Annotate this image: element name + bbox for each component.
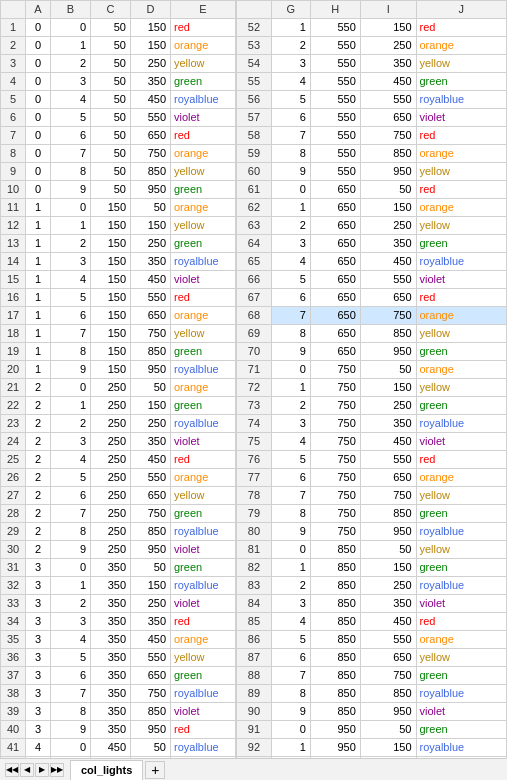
cell-c[interactable]: 150 — [91, 271, 131, 289]
cell-a[interactable]: 0 — [26, 163, 51, 181]
cell-j[interactable]: yellow — [416, 487, 507, 505]
cell-e[interactable]: royalblue — [171, 415, 236, 433]
cell-i[interactable]: 850 — [360, 685, 416, 703]
cell-c[interactable]: 150 — [91, 307, 131, 325]
cell-j[interactable]: violet — [416, 703, 507, 721]
cell-i[interactable]: 250 — [360, 397, 416, 415]
cell-g[interactable]: 8 — [271, 685, 310, 703]
cell-g[interactable]: 1 — [271, 19, 310, 37]
cell-b[interactable]: 7 — [51, 325, 91, 343]
cell-b[interactable]: 5 — [51, 649, 91, 667]
col-header-a[interactable]: A — [26, 1, 51, 19]
cell-b[interactable]: 7 — [51, 685, 91, 703]
cell-g[interactable]: 3 — [271, 235, 310, 253]
cell-j[interactable]: green — [416, 397, 507, 415]
cell-a[interactable]: 3 — [26, 631, 51, 649]
cell-g[interactable]: 5 — [271, 451, 310, 469]
cell-g[interactable]: 6 — [271, 109, 310, 127]
cell-h[interactable]: 750 — [310, 487, 360, 505]
cell-e[interactable]: green — [171, 667, 236, 685]
cell-a[interactable]: 1 — [26, 199, 51, 217]
cell-c[interactable]: 250 — [91, 487, 131, 505]
cell-d[interactable]: 350 — [131, 613, 171, 631]
cell-j[interactable]: royalblue — [416, 91, 507, 109]
cell-a[interactable]: 1 — [26, 343, 51, 361]
cell-e[interactable]: orange — [171, 469, 236, 487]
cell-i[interactable]: 450 — [360, 253, 416, 271]
cell-b[interactable]: 9 — [51, 541, 91, 559]
cell-j[interactable]: green — [416, 559, 507, 577]
cell-e[interactable]: orange — [171, 307, 236, 325]
cell-g[interactable]: 3 — [271, 595, 310, 613]
cell-j[interactable]: green — [416, 235, 507, 253]
cell-d[interactable]: 550 — [131, 649, 171, 667]
cell-h[interactable]: 850 — [310, 541, 360, 559]
cell-a[interactable]: 0 — [26, 91, 51, 109]
cell-j[interactable]: royalblue — [416, 523, 507, 541]
cell-c[interactable]: 350 — [91, 649, 131, 667]
cell-j[interactable]: yellow — [416, 55, 507, 73]
cell-h[interactable]: 550 — [310, 73, 360, 91]
cell-d[interactable]: 950 — [131, 541, 171, 559]
cell-a[interactable]: 3 — [26, 685, 51, 703]
cell-g[interactable]: 4 — [271, 613, 310, 631]
cell-c[interactable]: 150 — [91, 217, 131, 235]
cell-a[interactable]: 3 — [26, 667, 51, 685]
cell-i[interactable]: 750 — [360, 307, 416, 325]
col-header-i[interactable]: I — [360, 1, 416, 19]
cell-b[interactable]: 2 — [51, 235, 91, 253]
prev-sheet-arrow[interactable]: ◀ — [20, 763, 34, 777]
cell-g[interactable]: 7 — [271, 307, 310, 325]
cell-g[interactable]: 8 — [271, 325, 310, 343]
cell-b[interactable]: 2 — [51, 55, 91, 73]
cell-h[interactable]: 750 — [310, 361, 360, 379]
cell-j[interactable]: violet — [416, 433, 507, 451]
cell-a[interactable]: 3 — [26, 559, 51, 577]
cell-d[interactable]: 450 — [131, 91, 171, 109]
cell-j[interactable]: royalblue — [416, 253, 507, 271]
col-header-j[interactable]: J — [416, 1, 507, 19]
cell-j[interactable]: green — [416, 721, 507, 739]
cell-g[interactable]: 4 — [271, 433, 310, 451]
cell-g[interactable]: 8 — [271, 145, 310, 163]
cell-e[interactable]: green — [171, 397, 236, 415]
col-header-h[interactable]: H — [310, 1, 360, 19]
cell-c[interactable]: 350 — [91, 577, 131, 595]
cell-i[interactable]: 150 — [360, 739, 416, 757]
cell-a[interactable]: 3 — [26, 649, 51, 667]
cell-c[interactable]: 250 — [91, 397, 131, 415]
cell-e[interactable]: red — [171, 721, 236, 739]
cell-a[interactable]: 2 — [26, 541, 51, 559]
cell-d[interactable]: 850 — [131, 703, 171, 721]
cell-d[interactable]: 950 — [131, 181, 171, 199]
col-header-c[interactable]: C — [91, 1, 131, 19]
cell-b[interactable]: 3 — [51, 613, 91, 631]
cell-j[interactable]: red — [416, 181, 507, 199]
cell-j[interactable]: red — [416, 19, 507, 37]
cell-e[interactable]: green — [171, 181, 236, 199]
cell-e[interactable]: violet — [171, 595, 236, 613]
cell-i[interactable]: 650 — [360, 109, 416, 127]
cell-i[interactable]: 250 — [360, 577, 416, 595]
cell-j[interactable]: red — [416, 127, 507, 145]
cell-i[interactable]: 350 — [360, 595, 416, 613]
cell-a[interactable]: 2 — [26, 487, 51, 505]
cell-i[interactable]: 650 — [360, 469, 416, 487]
cell-g[interactable]: 1 — [271, 739, 310, 757]
cell-b[interactable]: 6 — [51, 487, 91, 505]
cell-a[interactable]: 2 — [26, 379, 51, 397]
cell-i[interactable]: 850 — [360, 145, 416, 163]
cell-e[interactable]: green — [171, 73, 236, 91]
cell-a[interactable]: 3 — [26, 613, 51, 631]
cell-g[interactable]: 7 — [271, 487, 310, 505]
col-header-b[interactable]: B — [51, 1, 91, 19]
cell-i[interactable]: 750 — [360, 487, 416, 505]
cell-b[interactable]: 4 — [51, 271, 91, 289]
cell-e[interactable]: yellow — [171, 163, 236, 181]
cell-h[interactable]: 550 — [310, 145, 360, 163]
cell-h[interactable]: 850 — [310, 667, 360, 685]
cell-h[interactable]: 850 — [310, 631, 360, 649]
cell-a[interactable]: 3 — [26, 703, 51, 721]
cell-d[interactable]: 150 — [131, 577, 171, 595]
cell-c[interactable]: 50 — [91, 163, 131, 181]
